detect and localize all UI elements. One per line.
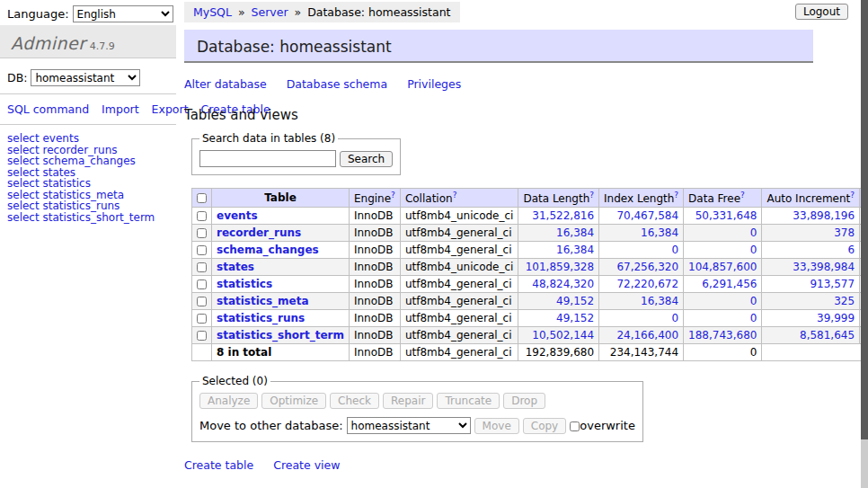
table-link-statistics-runs[interactable]: statistics_runs xyxy=(217,312,305,324)
action-database-schema[interactable]: Database schema xyxy=(287,77,387,91)
auto-increment-link[interactable]: 33,398,984 xyxy=(766,261,855,273)
scrollbar-thumb[interactable] xyxy=(861,0,868,439)
sidebar-select-schema-changes[interactable]: select schema_changes xyxy=(7,155,169,167)
language-select[interactable]: English xyxy=(73,5,173,22)
data-free-link[interactable]: 0 xyxy=(688,226,757,239)
select-all-checkbox-cell xyxy=(192,189,212,208)
row-checkbox-states[interactable] xyxy=(197,262,207,272)
data-free-link[interactable]: 0 xyxy=(688,244,757,256)
index-length-link[interactable]: 70,467,584 xyxy=(604,209,678,222)
row-checkbox-statistics-runs[interactable] xyxy=(197,314,207,324)
truncate-button[interactable]: Truncate xyxy=(437,393,500,409)
sidebar-link-import[interactable]: Import xyxy=(102,102,139,116)
data-free-link[interactable]: 50,331,648 xyxy=(688,209,757,222)
tables-and-views-heading: Tables and views xyxy=(184,107,813,123)
sidebar-link-sql-command[interactable]: SQL command xyxy=(7,102,89,116)
repair-button[interactable]: Repair xyxy=(383,393,433,409)
search-legend: Search data in tables (8) xyxy=(199,132,338,145)
index-length-link[interactable]: 0 xyxy=(604,244,678,256)
auto-increment-link[interactable]: 6 xyxy=(766,244,855,256)
action-privileges[interactable]: Privileges xyxy=(407,77,461,91)
check-button[interactable]: Check xyxy=(330,393,379,409)
auto-increment-link[interactable]: 39,999 xyxy=(766,312,855,324)
select-all-checkbox[interactable] xyxy=(197,193,207,203)
index-length-link[interactable]: 24,166,400 xyxy=(604,329,678,342)
database-actions: Alter databaseDatabase schemaPrivileges xyxy=(184,77,813,91)
table-link-statistics[interactable]: statistics xyxy=(217,278,272,290)
data-length-link[interactable]: 101,859,328 xyxy=(523,261,594,273)
overwrite-checkbox[interactable] xyxy=(570,421,580,431)
total-data-length: 192,839,680 xyxy=(518,344,599,361)
auto-increment-link[interactable]: 913,577 xyxy=(766,278,855,290)
index-length-link[interactable]: 16,384 xyxy=(604,226,678,239)
data-length-link[interactable]: 16,384 xyxy=(523,244,594,256)
help-icon[interactable]: ? xyxy=(850,191,855,200)
sidebar-select-statistics[interactable]: select statistics xyxy=(7,178,169,190)
collation-cell: utf8mb4_general_ci xyxy=(400,310,518,327)
table-link-statistics-meta[interactable]: statistics_meta xyxy=(217,295,309,307)
help-icon[interactable]: ? xyxy=(674,191,678,200)
move-button[interactable]: Move xyxy=(474,418,519,434)
table-link-statistics-short-term[interactable]: statistics_short_term xyxy=(217,329,344,342)
help-icon[interactable]: ? xyxy=(589,191,594,200)
auto-increment-link[interactable]: 325 xyxy=(766,295,855,307)
search-button[interactable]: Search xyxy=(340,151,393,167)
row-checkbox-events[interactable] xyxy=(197,211,207,221)
row-checkbox-statistics[interactable] xyxy=(197,279,207,289)
engine-cell: InnoDB xyxy=(349,310,400,327)
analyze-button[interactable]: Analyze xyxy=(199,393,258,409)
column-header-collation: Collation? xyxy=(400,189,518,208)
data-free-link[interactable]: 104,857,600 xyxy=(688,261,757,273)
sidebar-select-statistics-runs[interactable]: select statistics_runs xyxy=(7,200,169,212)
row-checkbox-recorder-runs[interactable] xyxy=(197,228,207,238)
data-length-link[interactable]: 49,152 xyxy=(523,295,594,307)
index-length-link[interactable]: 16,384 xyxy=(604,295,678,307)
help-icon[interactable]: ? xyxy=(453,191,457,200)
row-checkbox-schema-changes[interactable] xyxy=(197,245,207,255)
table-row: schema_changes InnoDB utf8mb4_general_ci… xyxy=(192,242,868,259)
breadcrumb-mysql-link[interactable]: MySQL xyxy=(193,5,232,19)
data-length-link[interactable]: 10,502,144 xyxy=(523,329,594,342)
table-link-states[interactable]: states xyxy=(217,261,254,273)
overwrite-label[interactable]: overwrite xyxy=(570,419,635,432)
auto-increment-link[interactable]: 33,898,196 xyxy=(766,209,855,222)
collation-cell: utf8mb4_unicode_ci xyxy=(400,208,518,225)
move-db-select[interactable]: homeassistant xyxy=(347,417,471,434)
index-length-link[interactable]: 0 xyxy=(604,312,678,324)
optimize-button[interactable]: Optimize xyxy=(261,393,326,409)
help-icon[interactable]: ? xyxy=(740,191,745,200)
data-length-link[interactable]: 48,824,320 xyxy=(523,278,594,290)
bottom-create-view-link[interactable]: Create view xyxy=(273,458,340,472)
auto-increment-link[interactable]: 8,581,645 xyxy=(766,329,855,342)
index-length-link[interactable]: 67,256,320 xyxy=(604,261,678,273)
db-select[interactable]: homeassistant xyxy=(31,69,140,86)
collation-cell: utf8mb4_general_ci xyxy=(400,242,518,259)
data-length-link[interactable]: 49,152 xyxy=(523,312,594,324)
table-link-schema-changes[interactable]: schema_changes xyxy=(217,244,319,256)
data-length-link[interactable]: 31,522,816 xyxy=(523,209,594,222)
row-checkbox-statistics-short-term[interactable] xyxy=(197,331,207,341)
copy-button[interactable]: Copy xyxy=(523,418,566,434)
collation-cell: utf8mb4_general_ci xyxy=(400,327,518,344)
drop-button[interactable]: Drop xyxy=(503,393,545,409)
data-free-link[interactable]: 0 xyxy=(688,312,757,324)
sidebar-select-events[interactable]: select events xyxy=(7,133,169,145)
sidebar-select-statistics-short-term[interactable]: select statistics_short_term xyxy=(7,212,169,224)
data-free-link[interactable]: 6,291,456 xyxy=(688,278,757,290)
auto-increment-link[interactable]: 378 xyxy=(766,226,855,239)
data-free-link[interactable]: 0 xyxy=(688,295,757,307)
data-free-link[interactable]: 188,743,680 xyxy=(688,329,757,342)
logout-button[interactable]: Logout xyxy=(795,4,848,20)
index-length-link[interactable]: 72,220,672 xyxy=(604,278,678,290)
sidebar-link-export[interactable]: Export xyxy=(152,102,189,116)
table-link-events[interactable]: events xyxy=(217,209,258,222)
vertical-scrollbar[interactable] xyxy=(861,0,868,488)
table-link-recorder-runs[interactable]: recorder_runs xyxy=(217,226,301,239)
search-input[interactable] xyxy=(199,150,336,167)
action-alter-database[interactable]: Alter database xyxy=(184,77,267,91)
breadcrumb-server-link[interactable]: Server xyxy=(252,5,288,19)
bottom-create-table-link[interactable]: Create table xyxy=(184,458,253,472)
row-checkbox-statistics-meta[interactable] xyxy=(197,297,207,306)
help-icon[interactable]: ? xyxy=(391,191,395,200)
data-length-link[interactable]: 16,384 xyxy=(523,226,594,239)
